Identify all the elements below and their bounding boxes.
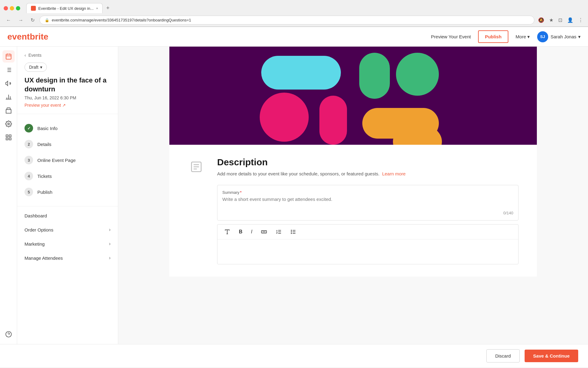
required-star: * — [240, 190, 242, 195]
app: eventbrite Preview Your Event Publish Mo… — [0, 27, 588, 367]
step-online-event[interactable]: 3 Online Event Page — [17, 152, 118, 168]
description-title: Description — [217, 157, 518, 167]
editor-italic-button[interactable]: I — [249, 228, 254, 236]
svg-rect-19 — [6, 138, 8, 140]
rail-icon-grid[interactable] — [2, 131, 15, 144]
account-icon[interactable]: 👤 — [566, 16, 575, 24]
close-dot[interactable] — [4, 6, 8, 10]
step-tickets[interactable]: 4 Tickets — [17, 168, 118, 184]
editor-toolbar: B I — [217, 224, 518, 240]
user-chevron-icon: ▾ — [578, 34, 581, 40]
publish-button[interactable]: Publish — [478, 30, 508, 43]
bookmark-icon[interactable]: ★ — [548, 16, 555, 24]
description-content: Description Add more details to your eve… — [217, 157, 518, 264]
chevron-down-icon: › — [109, 255, 111, 261]
svg-rect-14 — [6, 109, 11, 113]
step-label: Tickets — [37, 174, 52, 179]
svg-rect-16 — [6, 135, 8, 137]
order-options-label: Order Options — [24, 227, 53, 232]
sidebar-manage-attendees[interactable]: Manage Attendees › — [17, 251, 118, 265]
step-check-icon: ✓ — [24, 124, 33, 132]
cast-icon[interactable]: 🔕 — [537, 16, 545, 24]
events-back-link[interactable]: ‹ Events — [24, 53, 111, 58]
extension-icon[interactable]: ⊡ — [557, 16, 564, 24]
description-section: Description Add more details to your eve… — [169, 145, 537, 277]
svg-point-45 — [291, 232, 292, 232]
learn-more-link[interactable]: Learn more — [382, 171, 406, 176]
svg-point-15 — [8, 123, 9, 125]
svg-point-46 — [291, 233, 292, 234]
event-preview-link[interactable]: Preview your event ↗ — [24, 103, 111, 108]
top-nav: eventbrite Preview Your Event Publish Mo… — [0, 27, 588, 47]
eventbrite-logo[interactable]: eventbrite — [7, 32, 48, 42]
event-title: UX design in the face of a downturn — [24, 76, 111, 94]
editor-text-style-button[interactable] — [222, 228, 232, 236]
manage-attendees-label: Manage Attendees — [24, 255, 63, 261]
status-label: Draft — [29, 65, 38, 70]
step-number: 3 — [24, 156, 33, 164]
address-bar[interactable]: 🔒 eventbrite.com/manage/events/336451735… — [40, 16, 534, 25]
forward-button[interactable]: → — [16, 16, 26, 24]
rail-icon-list[interactable] — [2, 64, 15, 76]
tab-close-button[interactable]: × — [96, 6, 98, 10]
svg-rect-24 — [359, 53, 390, 99]
discard-button[interactable]: Discard — [486, 349, 520, 362]
preview-event-link[interactable]: Preview Your Event — [426, 31, 476, 42]
svg-rect-27 — [319, 96, 347, 145]
summary-field[interactable]: Summary * 0/140 — [217, 185, 518, 220]
icon-rail — [0, 47, 17, 344]
rail-icon-building[interactable] — [2, 104, 15, 117]
browser-toolbar-icons: 🔕 ★ ⊡ 👤 ⋮ — [537, 16, 584, 24]
sidebar-order-options[interactable]: Order Options › — [17, 223, 118, 237]
rail-icon-help[interactable] — [2, 328, 15, 340]
status-badge[interactable]: Draft ▾ — [24, 63, 47, 72]
rail-icon-settings[interactable] — [2, 118, 15, 130]
more-dropdown[interactable]: More ▾ — [511, 31, 535, 43]
menu-icon[interactable]: ⋮ — [577, 16, 584, 24]
sidebar-top: ‹ Events Draft ▾ UX design in the face o… — [17, 47, 118, 114]
nav-actions: Preview Your Event Publish More ▾ SJ Sar… — [426, 30, 581, 43]
sidebar-extra: Dashboard Order Options › Marketing › Ma… — [17, 206, 118, 267]
address-text: eventbrite.com/manage/events/33645173519… — [52, 18, 191, 22]
new-tab-button[interactable]: + — [104, 2, 112, 14]
maximize-dot[interactable] — [16, 6, 20, 10]
chevron-down-icon: › — [109, 241, 111, 247]
refresh-button[interactable]: ↻ — [28, 16, 37, 24]
user-avatar[interactable]: SJ — [537, 31, 548, 42]
step-publish[interactable]: 5 Publish — [17, 184, 118, 200]
editor-content[interactable] — [217, 240, 518, 264]
rich-text-editor[interactable]: B I — [217, 224, 518, 264]
editor-ordered-list-button[interactable] — [274, 228, 284, 236]
lock-icon: 🔒 — [45, 18, 49, 22]
editor-unordered-list-button[interactable] — [288, 228, 298, 236]
rail-icon-calendar[interactable] — [2, 50, 15, 63]
svg-rect-17 — [9, 135, 11, 137]
back-chevron-icon: ‹ — [24, 53, 26, 58]
description-icon — [188, 158, 205, 175]
event-image — [169, 47, 537, 145]
back-button[interactable]: ← — [4, 16, 13, 24]
editor-bold-button[interactable]: B — [237, 228, 244, 236]
rail-icon-megaphone[interactable] — [2, 77, 15, 90]
summary-count: 0/140 — [222, 211, 513, 215]
svg-rect-0 — [6, 54, 11, 59]
external-link-icon: ↗ — [62, 103, 66, 108]
active-tab[interactable]: Eventbrite - Edit UX design in... × — [26, 3, 103, 13]
save-continue-button[interactable]: Save & Continue — [525, 350, 578, 362]
svg-rect-18 — [9, 138, 11, 140]
user-name[interactable]: Sarah Jonas ▾ — [551, 34, 581, 40]
minimize-dot[interactable] — [10, 6, 14, 10]
step-basic-info[interactable]: ✓ Basic Info — [17, 120, 118, 136]
summary-input[interactable] — [222, 197, 513, 207]
main-content: ‹ Events Draft ▾ UX design in the face o… — [0, 47, 588, 344]
step-number: 2 — [24, 140, 33, 148]
rail-icon-chart[interactable] — [2, 91, 15, 103]
svg-point-26 — [260, 93, 309, 142]
step-label: Online Event Page — [37, 158, 76, 163]
browser-tabs: Eventbrite - Edit UX design in... × + — [26, 2, 112, 14]
sidebar-dashboard[interactable]: Dashboard — [17, 209, 118, 223]
step-details[interactable]: 2 Details — [17, 136, 118, 152]
editor-link-button[interactable] — [259, 228, 269, 236]
sidebar-marketing[interactable]: Marketing › — [17, 237, 118, 251]
step-number: 4 — [24, 172, 33, 180]
